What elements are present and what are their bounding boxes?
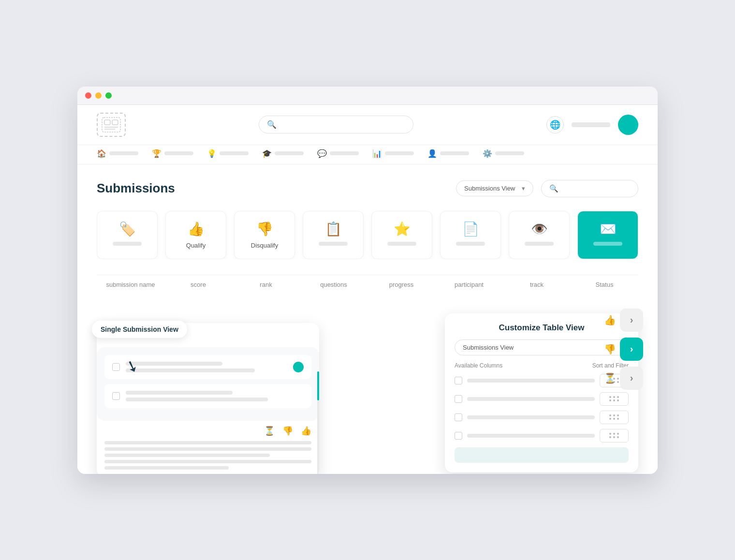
dot-red[interactable] <box>85 92 91 99</box>
nav-label-settings <box>495 151 524 155</box>
action-card-view[interactable]: 👁️ <box>509 211 570 259</box>
nav-item-profile[interactable]: 👤 <box>427 149 469 158</box>
card-view-placeholder <box>525 242 554 246</box>
col-progress[interactable]: progress <box>368 281 435 288</box>
action-card-disqualify[interactable]: 👎 Disqualify <box>234 211 295 259</box>
sort-dots-4[interactable] <box>600 429 629 442</box>
svg-rect-2 <box>112 120 118 125</box>
search-icon: 🔍 <box>267 120 277 129</box>
scroll-thumb <box>317 371 319 400</box>
ssv-line-group-1 <box>126 362 287 372</box>
action-card-tag[interactable]: 🏷️ <box>97 211 158 259</box>
nav-label-ideas <box>220 151 249 155</box>
qualify-group: 👍 › <box>604 309 643 332</box>
col-participant[interactable]: participant <box>435 281 503 288</box>
email-icon: ✉️ <box>600 221 617 237</box>
browser-window: 🔍 🌐 🏠 🏆 💡 🎓 💬 <box>77 87 658 474</box>
dot-yellow[interactable] <box>95 92 102 99</box>
single-submission-card: ➘ <box>97 323 319 474</box>
sort-dots-2[interactable] <box>600 392 629 406</box>
ssv-line-group-2 <box>126 391 304 401</box>
col-status[interactable]: Status <box>571 281 638 288</box>
avatar[interactable] <box>618 115 638 135</box>
nav-item-ideas[interactable]: 💡 <box>207 149 249 158</box>
nav-item-analytics[interactable]: 📊 <box>372 149 414 158</box>
submissions-view-dropdown[interactable]: Submissions View ▾ <box>456 180 533 196</box>
nav-label-analytics <box>385 151 414 155</box>
hourglass-icon[interactable]: ⏳ <box>264 426 275 436</box>
search-icon: 🔍 <box>549 184 559 193</box>
card-label-placeholder <box>113 242 142 246</box>
nav-item-messages[interactable]: 💬 <box>317 149 359 158</box>
logo <box>97 113 126 137</box>
qualify-right-btn[interactable]: › <box>620 309 643 332</box>
sort-dots-3[interactable] <box>600 411 629 424</box>
col-checkbox-1[interactable] <box>455 377 462 384</box>
ssv-checkbox-2[interactable] <box>112 392 120 400</box>
ssv-dot <box>293 362 304 372</box>
header-right: 🌐 <box>546 115 638 135</box>
nav-item-trophy[interactable]: 🏆 <box>152 149 193 158</box>
nav-bar: 🏠 🏆 💡 🎓 💬 📊 👤 ⚙️ <box>77 145 658 164</box>
svg-rect-1 <box>104 120 110 125</box>
search-input[interactable] <box>280 121 405 128</box>
col-track[interactable]: track <box>503 281 571 288</box>
customize-title: Customize Table View <box>455 323 629 333</box>
floating-cards-container: Single Submission View ➘ <box>97 304 638 458</box>
single-submission-tooltip: Single Submission View <box>92 321 187 338</box>
col-rank[interactable]: rank <box>232 281 300 288</box>
notes-icon: 📋 <box>325 221 342 237</box>
nav-item-settings[interactable]: ⚙️ <box>483 149 524 158</box>
col-checkbox-2[interactable] <box>455 395 462 403</box>
disqualify-icon[interactable]: 👎 <box>282 426 293 436</box>
global-search[interactable]: 🔍 <box>259 116 413 133</box>
ssv-text-lines <box>97 441 319 474</box>
scroll-bar[interactable] <box>317 371 319 474</box>
ssv-checkbox-1[interactable] <box>112 363 120 371</box>
nav-item-learn[interactable]: 🎓 <box>262 149 304 158</box>
document-icon: 📄 <box>462 221 479 237</box>
customize-row-4 <box>455 429 629 442</box>
card-doc-placeholder <box>456 242 485 246</box>
view-name-input[interactable] <box>455 339 629 355</box>
learn-icon: 🎓 <box>262 149 272 158</box>
globe-icon[interactable]: 🌐 <box>546 116 564 133</box>
hourglass-group: ⏳ › <box>604 367 643 390</box>
customize-cols-header: Available Columns Sort and Filter <box>455 362 629 369</box>
submissions-search-input[interactable] <box>562 185 630 192</box>
nav-label-trophy <box>164 151 193 155</box>
dot-green[interactable] <box>105 92 112 99</box>
col-score[interactable]: score <box>164 281 232 288</box>
card-email-placeholder <box>593 242 622 246</box>
action-card-qualify[interactable]: 👍 Qualify <box>165 211 226 259</box>
thumbs-up-right-icon: 👍 <box>604 314 616 326</box>
card-star-placeholder <box>387 242 416 246</box>
nav-item-home[interactable]: 🏠 <box>97 149 138 158</box>
col-checkbox-3[interactable] <box>455 413 462 421</box>
disqualify-right-btn[interactable]: › <box>620 338 643 361</box>
customize-row-2 <box>455 392 629 406</box>
hourglass-right-btn[interactable]: › <box>620 367 643 390</box>
col-submission-name[interactable]: submission name <box>97 281 164 288</box>
qualify-icon[interactable]: 👍 <box>301 426 311 436</box>
chevron-down-icon: ▾ <box>522 185 525 192</box>
hourglass-right-icon: ⏳ <box>604 372 616 384</box>
action-cards-row: 🏷️ 👍 Qualify 👎 Disqualify 📋 ⭐ 📄 <box>97 211 638 259</box>
right-action-group: 👍 › 👎 › ⏳ › <box>604 309 643 390</box>
profile-icon: 👤 <box>427 149 437 158</box>
thumbs-down-icon: 👎 <box>256 221 273 237</box>
col-questions[interactable]: questions <box>300 281 368 288</box>
star-icon: ⭐ <box>394 221 411 237</box>
action-card-document[interactable]: 📄 <box>440 211 501 259</box>
nav-label-messages <box>330 151 359 155</box>
app-header: 🔍 🌐 <box>77 105 658 145</box>
submissions-search[interactable]: 🔍 <box>541 180 638 197</box>
analytics-icon: 📊 <box>372 149 382 158</box>
action-card-notes[interactable]: 📋 <box>303 211 364 259</box>
action-card-email[interactable]: ✉️ <box>577 211 638 259</box>
table-header: submission name score rank questions pro… <box>97 275 638 294</box>
action-card-star[interactable]: ⭐ <box>371 211 432 259</box>
thumbs-down-right-icon: 👎 <box>604 343 616 355</box>
thumbs-up-icon: 👍 <box>188 221 205 237</box>
col-checkbox-4[interactable] <box>455 432 462 440</box>
